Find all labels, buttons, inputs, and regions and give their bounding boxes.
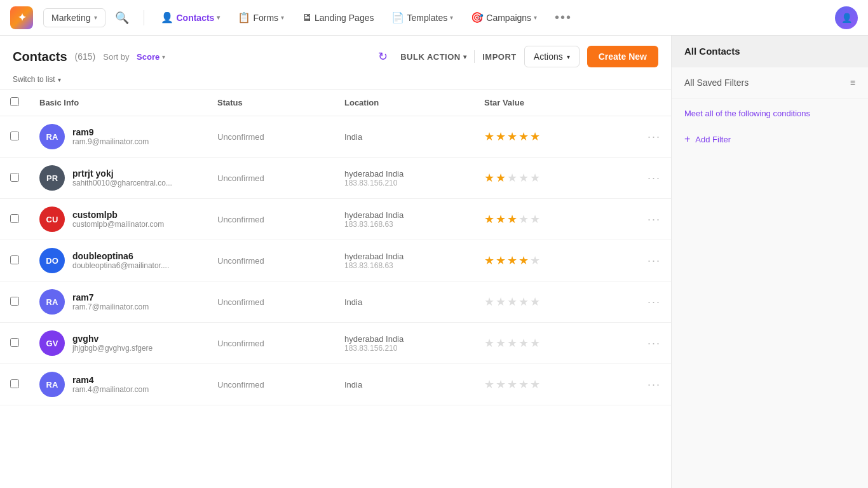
contact-email: jhjgbgb@gvghvg.sfgere [72, 344, 153, 353]
row-more-button[interactable]: ··· [599, 378, 661, 391]
star-empty-icon: ★ [507, 336, 517, 350]
contacts-nav-label: Contacts [176, 13, 214, 23]
contact-details: gvghv jhjgbgb@gvghvg.sfgere [72, 334, 153, 353]
app-logo[interactable]: ✦ [10, 6, 33, 29]
contact-avatar: RA [39, 289, 65, 315]
row-more-button[interactable]: ··· [599, 337, 661, 350]
contact-name[interactable]: ram4 [72, 375, 149, 385]
toolbar: Contacts (615) Sort by Score ▾ ↻ BULK AC… [0, 36, 671, 90]
location-ip: 183.83.156.210 [344, 179, 464, 187]
contact-status: Unconfirmed [217, 173, 264, 183]
nav-item-forms[interactable]: 📋 Forms ▾ [231, 8, 290, 27]
star-rating[interactable]: ★★★★★ [484, 254, 578, 268]
contact-avatar: GV [39, 330, 65, 356]
toolbar-right: ↻ BULK ACTION ▾ IMPORT Actions ▾ Create … [372, 46, 658, 67]
top-nav: ✦ Marketing ▾ 🔍 👤 Contacts ▾ 📋 Forms ▾ 🖥… [0, 0, 868, 36]
contacts-table-container: Basic Info Status Location Star Value RA [0, 90, 671, 488]
contact-status: Unconfirmed [217, 215, 264, 224]
star-rating[interactable]: ★★★★★ [484, 377, 578, 391]
contact-name[interactable]: ram9 [72, 127, 149, 137]
workspace-selector[interactable]: Marketing ▾ [43, 8, 105, 27]
add-filter-button[interactable]: + Add Filter [672, 128, 868, 150]
switch-to-list-button[interactable]: Switch to list ▾ [13, 75, 658, 84]
toolbar-divider [474, 50, 475, 63]
table-row: RA ram4 ram.4@mailinator.com Unconfirmed… [0, 364, 671, 405]
contact-name[interactable]: prtrjt yokj [72, 168, 172, 179]
col-header-basic-info: Basic Info [29, 90, 207, 116]
contact-name[interactable]: customlpb [72, 210, 164, 220]
star-rating[interactable]: ★★★★★ [484, 336, 578, 350]
row-checkbox[interactable] [10, 255, 19, 264]
nav-item-landing-pages[interactable]: 🖥 Landing Pages [295, 8, 380, 27]
row-more-button[interactable]: ··· [599, 213, 661, 226]
star-empty-icon: ★ [530, 377, 540, 391]
row-checkbox[interactable] [10, 297, 19, 306]
contact-status: Unconfirmed [217, 339, 264, 348]
row-checkbox[interactable] [10, 173, 19, 182]
star-rating[interactable]: ★★★★★ [484, 295, 578, 309]
forms-nav-label: Forms [253, 13, 278, 23]
contact-email: ram.4@mailinator.com [72, 385, 149, 394]
saved-filters-button[interactable]: All Saved Filters ≡ [684, 78, 855, 88]
star-filled-icon: ★ [519, 254, 529, 268]
table-row: GV gvghv jhjgbgb@gvghvg.sfgere Unconfirm… [0, 323, 671, 364]
import-button[interactable]: IMPORT [482, 52, 517, 62]
nav-item-campaigns[interactable]: 🎯 Campaigns ▾ [465, 8, 543, 27]
sort-control[interactable]: Sort by Score ▾ [103, 52, 165, 62]
star-empty-icon: ★ [519, 212, 529, 226]
actions-button[interactable]: Actions ▾ [524, 46, 580, 67]
toolbar-left: Contacts (615) Sort by Score ▾ [13, 50, 165, 64]
contact-status: Unconfirmed [217, 256, 264, 266]
row-more-button[interactable]: ··· [599, 254, 661, 268]
contact-name[interactable]: doubleoptina6 [72, 251, 169, 261]
bulk-action-button[interactable]: BULK ACTION ▾ [400, 52, 466, 62]
star-empty-icon: ★ [530, 295, 540, 309]
forms-nav-icon: 📋 [238, 11, 250, 24]
star-rating[interactable]: ★★★★★ [484, 130, 578, 144]
star-rating[interactable]: ★★★★★ [484, 212, 578, 226]
contact-details: customlpb customlpb@mailinator.com [72, 210, 164, 229]
row-more-button[interactable]: ··· [599, 130, 661, 144]
contact-info: CU customlpb customlpb@mailinator.com [39, 207, 197, 232]
user-avatar[interactable]: 👤 [835, 6, 858, 29]
star-filled-icon: ★ [484, 254, 494, 268]
contact-details: ram7 ram.7@mailinator.com [72, 292, 149, 311]
star-rating[interactable]: ★★★★★ [484, 171, 578, 185]
star-empty-icon: ★ [496, 377, 506, 391]
row-more-button[interactable]: ··· [599, 172, 661, 185]
nav-item-contacts[interactable]: 👤 Contacts ▾ [154, 8, 226, 27]
toolbar-top: Contacts (615) Sort by Score ▾ ↻ BULK AC… [13, 46, 658, 67]
row-checkbox[interactable] [10, 214, 19, 223]
col-header-star-value: Star Value [474, 90, 588, 116]
contact-location: hyderabad India 183.83.168.63 [344, 210, 464, 229]
contact-info: DO doubleoptina6 doubleoptina6@mailinato… [39, 248, 197, 273]
nav-more-button[interactable]: ••• [548, 6, 578, 29]
filter-condition-text: Meet all of the following conditions [672, 98, 868, 128]
contact-count: (615) [75, 51, 96, 62]
row-checkbox[interactable] [10, 132, 19, 140]
select-all-checkbox[interactable] [10, 97, 19, 106]
row-checkbox[interactable] [10, 379, 19, 388]
row-more-button[interactable]: ··· [599, 295, 661, 309]
landing-pages-nav-label: Landing Pages [315, 13, 374, 23]
add-filter-label: Add Filter [695, 135, 731, 144]
filter-panel-title: All Contacts [672, 36, 868, 67]
star-filled-icon: ★ [484, 171, 494, 185]
star-empty-icon: ★ [507, 377, 517, 391]
sort-chevron-icon: ▾ [162, 53, 165, 60]
contact-name[interactable]: ram7 [72, 292, 149, 302]
contact-name[interactable]: gvghv [72, 334, 153, 344]
contact-details: ram9 ram.9@mailinator.com [72, 127, 149, 146]
star-empty-icon: ★ [530, 254, 540, 268]
location-city: India [344, 132, 464, 142]
refresh-button[interactable]: ↻ [372, 46, 393, 67]
create-new-button[interactable]: Create New [587, 46, 658, 67]
search-button[interactable]: 🔍 [111, 6, 133, 29]
add-filter-plus-icon: + [684, 133, 690, 145]
col-header-actions [588, 90, 671, 116]
user-avatar-label: 👤 [841, 13, 852, 23]
row-checkbox[interactable] [10, 338, 19, 347]
star-empty-icon: ★ [530, 336, 540, 350]
nav-item-templates[interactable]: 📄 Templates ▾ [385, 8, 459, 27]
contact-email: ram.9@mailinator.com [72, 137, 149, 146]
